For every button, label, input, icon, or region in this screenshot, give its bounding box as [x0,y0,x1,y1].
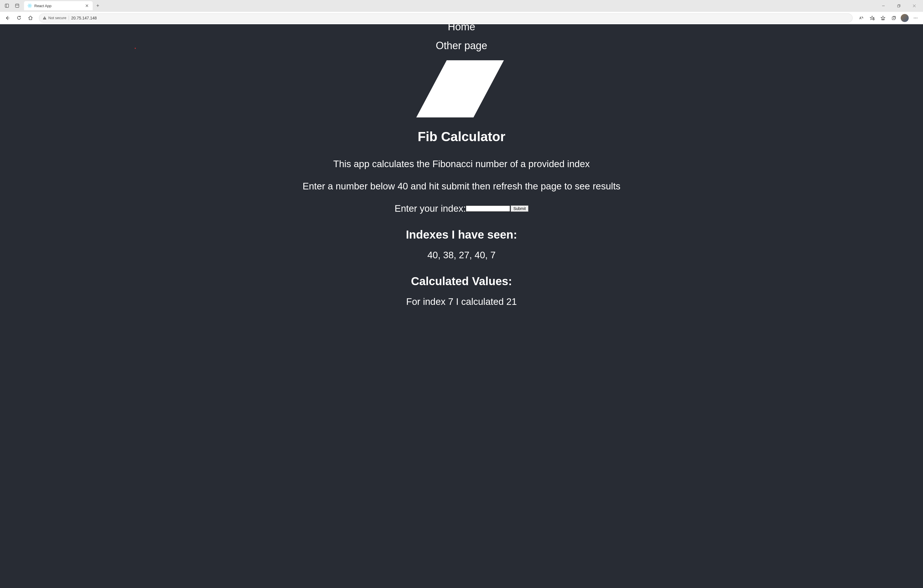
read-aloud-icon[interactable] [856,13,866,23]
collections-icon[interactable] [889,13,899,23]
url-text: 20.75.147.148 [71,16,97,20]
browser-toolbar: Not secure 20.75.147.148 [0,11,923,24]
menu-icon[interactable] [910,13,921,23]
favorites-icon[interactable] [878,13,888,23]
address-divider [69,16,69,20]
home-button[interactable] [25,13,36,23]
nav-item-home[interactable]: Home [0,24,923,33]
security-label: Not secure [48,16,66,20]
nav-list: Home Other page [0,24,923,52]
submit-button[interactable]: Submit [511,205,529,212]
page-title: Fib Calculator [0,129,923,144]
tab-manager-icon[interactable] [13,1,22,10]
tab-actions-icon[interactable] [2,1,11,10]
back-button[interactable] [2,13,13,23]
svg-point-25 [914,17,915,18]
react-favicon-icon [28,3,32,8]
form-row: Enter your index:Submit [0,203,923,214]
refresh-button[interactable] [14,13,24,23]
security-badge[interactable]: Not secure [43,16,66,20]
close-window-button[interactable] [908,1,921,10]
new-tab-button[interactable]: + [94,2,102,10]
toolbar-right [856,13,921,23]
svg-rect-11 [898,5,900,7]
nav-link-other: Other page [436,40,487,51]
calculated-value: For index 7 I calculated 21 [0,296,923,307]
page-description: This app calculates the Fibonacci number… [0,159,923,169]
profile-avatar[interactable] [901,14,909,22]
svg-point-16 [44,18,45,19]
window-controls [877,1,921,10]
svg-rect-2 [15,4,19,7]
tab-bar: React App + [0,0,923,11]
svg-point-4 [30,5,30,6]
logo-parallelogram [416,60,504,118]
minimize-button[interactable] [877,1,890,10]
svg-point-27 [917,17,917,18]
warning-icon [43,16,47,20]
indexes-heading: Indexes I have seen: [0,228,923,241]
nav-item-other[interactable]: Other page [0,40,923,52]
tab-title: React App [34,4,82,8]
logo-container [0,60,923,118]
index-input[interactable] [466,205,510,212]
browser-chrome: React App + [0,0,923,24]
close-tab-icon[interactable] [85,3,89,8]
nav-link-home: Home [448,24,475,33]
svg-rect-0 [5,4,8,7]
indexes-list: 40, 38, 27, 40, 7 [0,250,923,260]
svg-point-26 [915,17,916,18]
maximize-button[interactable] [892,1,905,10]
browser-tab[interactable]: React App [24,1,93,10]
input-label: Enter your index: [394,203,466,214]
page-content: Home Other page Fib Calculator This app … [0,24,923,588]
address-bar[interactable]: Not secure 20.75.147.148 [39,13,852,23]
page-instructions: Enter a number below 40 and hit submit t… [0,181,923,192]
red-dot-indicator [135,48,136,49]
star-favorite-icon[interactable] [867,13,877,23]
calculated-heading: Calculated Values: [0,275,923,288]
